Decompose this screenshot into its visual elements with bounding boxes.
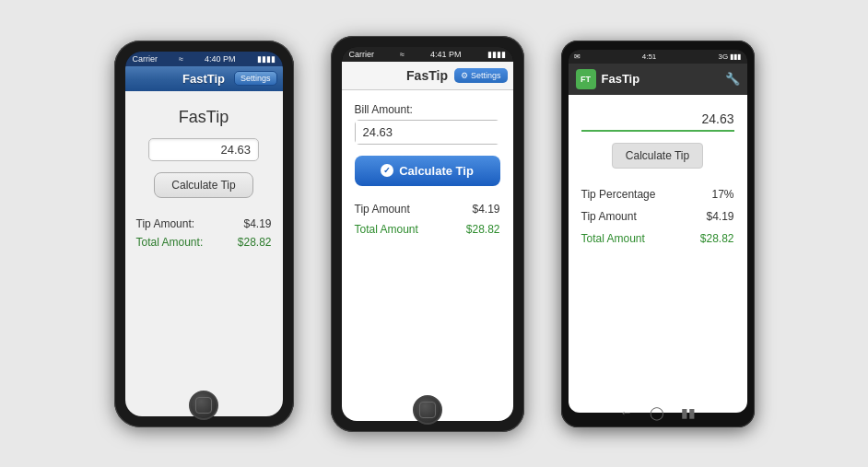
phone1-wifi-icon: ≈ — [179, 54, 183, 64]
phone1-time: 4:40 PM — [205, 54, 236, 64]
phone1-content: FasTip Calculate Tip Tip Amount: $4.19 T… — [125, 91, 283, 416]
phone3-tip-label: Tip Amount — [581, 210, 637, 223]
phone1-status-bar: Carrier ≈ 4:40 PM ▮▮▮▮ — [125, 52, 283, 66]
phone3-wrench-icon[interactable]: 🔧 — [725, 72, 740, 86]
phone2-calc-button[interactable]: ✓ Calculate Tip — [355, 156, 500, 186]
phone2-settings-gear-icon: ⚙ — [461, 71, 468, 80]
phone3-total-row: Total Amount $28.82 — [581, 228, 734, 250]
phone2-tip-row: Tip Amount $4.19 — [355, 199, 500, 219]
phone2-time: 4:41 PM — [430, 50, 462, 59]
phone2-total-row: Total Amount $28.82 — [355, 219, 500, 239]
phone3-time: 4:51 — [642, 53, 657, 61]
phone3-nav-title: FasTip — [602, 72, 720, 86]
phone2-total-value: $28.82 — [466, 223, 500, 236]
phone1-calc-button[interactable]: Calculate Tip — [154, 172, 252, 198]
phone1-settings-button[interactable]: Settings — [234, 71, 277, 86]
phone1-battery-icon: ▮▮▮▮ — [257, 54, 276, 64]
phone3-total-label: Total Amount — [581, 232, 645, 245]
phone2-settings-label: Settings — [471, 71, 501, 80]
phone1-navbar: FastTip Settings — [125, 66, 283, 91]
phone3-home-button[interactable]: ◯ — [650, 405, 664, 420]
phone3-bill-input[interactable] — [581, 108, 734, 132]
phone2-carrier: Carrier — [349, 50, 375, 59]
phone1-device: Carrier ≈ 4:40 PM ▮▮▮▮ FastTip Settings … — [114, 41, 294, 427]
phone2-battery-icon: ▮▮▮▮ — [487, 50, 506, 59]
phone3-tip-pct-value: 17% — [711, 188, 733, 201]
phone3-recents-button[interactable]: ▮▮ — [681, 405, 696, 420]
phone1-home-button-inner — [195, 397, 212, 414]
phone2-check-icon: ✓ — [381, 164, 393, 177]
phone3-status-left: ✉ — [574, 53, 581, 61]
phone1-total-value: $28.82 — [238, 236, 272, 249]
phone2-home-button[interactable] — [413, 395, 442, 425]
phone3-calc-button[interactable]: Calculate Tip — [612, 143, 703, 169]
phone3-total-value: $28.82 — [700, 232, 734, 245]
phone1-home-button[interactable] — [189, 391, 218, 420]
phone3-status-bar: ✉ 4:51 3G ▮▮▮ — [569, 50, 747, 64]
phone3-tip-row: Tip Amount $4.19 — [581, 205, 734, 228]
phone1-nav-title: FastTip — [182, 72, 225, 86]
phone3-navbar: FT FasTip 🔧 — [569, 64, 747, 95]
phone3-content: Calculate Tip Tip Percentage 17% Tip Amo… — [569, 95, 747, 413]
phone3-tip-pct-row: Tip Percentage 17% — [581, 183, 734, 205]
phone2-status-bar: Carrier ≈ 4:41 PM ▮▮▮▮ — [342, 47, 513, 62]
phone2-settings-button[interactable]: ⚙ Settings — [454, 68, 508, 83]
phone1-tip-value: $4.19 — [243, 217, 271, 230]
phone1-app-title: FasTip — [179, 108, 229, 127]
phone3-tip-value: $4.19 — [706, 210, 733, 223]
phone2-nav-title: FasTip — [406, 68, 448, 83]
phone3-tip-pct-label: Tip Percentage — [581, 188, 656, 201]
phone2-total-label: Total Amount — [355, 223, 418, 236]
phone3-signal-icon: 3G ▮▮▮ — [719, 53, 742, 61]
phone2-navbar: FasTip ⚙ Settings — [342, 62, 513, 90]
phone2-content: Bill Amount: ✕ ✓ Calculate Tip Tip Amoun… — [342, 90, 513, 421]
phone1-tip-label: Tip Amount: — [136, 217, 195, 230]
ft-logo: FT — [576, 69, 596, 89]
phone3-back-button[interactable]: ← — [620, 405, 633, 420]
phone1-carrier: Carrier — [133, 54, 158, 64]
phone2-bill-label: Bill Amount: — [355, 103, 500, 116]
phone2-bill-input[interactable] — [356, 121, 513, 144]
phone1-total-label: Total Amount: — [136, 236, 204, 249]
phone2-tip-label: Tip Amount — [355, 203, 410, 216]
phone1-bill-input[interactable] — [148, 138, 259, 161]
phone2-input-row: ✕ — [355, 120, 500, 145]
phone3-nav-buttons: ← ◯ ▮▮ — [561, 402, 755, 424]
phone2-wifi-icon: ≈ — [400, 50, 405, 59]
phone2-home-button-inner — [419, 402, 436, 418]
phone1-total-row: Total Amount: $28.82 — [136, 233, 272, 251]
phone3-device: ✉ 4:51 3G ▮▮▮ FT FasTip 🔧 Calculate Tip … — [561, 41, 755, 427]
phone2-device: Carrier ≈ 4:41 PM ▮▮▮▮ FasTip ⚙ Settings… — [331, 36, 524, 432]
phone2-calc-label: Calculate Tip — [399, 164, 474, 178]
phone1-tip-row: Tip Amount: $4.19 — [136, 215, 272, 233]
phone2-tip-value: $4.19 — [472, 203, 499, 216]
